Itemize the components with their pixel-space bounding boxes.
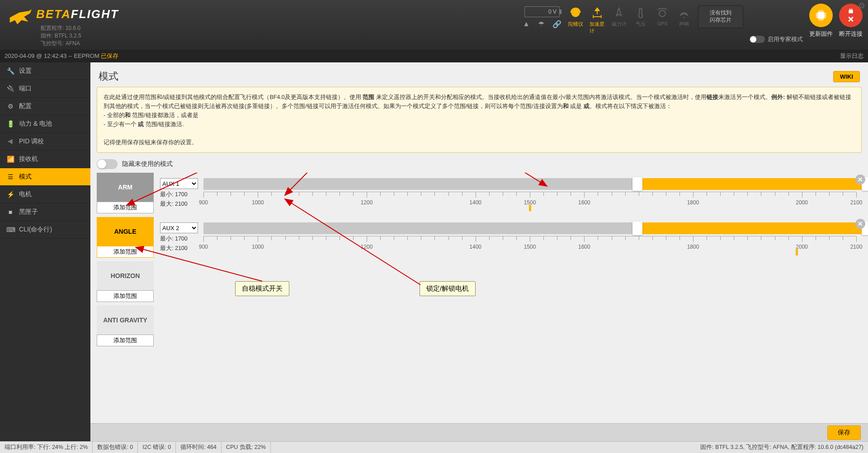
nav-icon: ■ — [6, 208, 14, 216]
mode-name-label: HORIZON — [97, 261, 154, 290]
aux-select[interactable]: AUX 2 — [160, 222, 198, 233]
sensor-mag: 磁力计 — [611, 6, 627, 34]
svg-point-1 — [659, 10, 665, 17]
save-bar: 保存 — [90, 423, 868, 441]
port-utilization: 端口利用率: 下行: 24% 上行: 2% — [0, 442, 93, 453]
range-slider[interactable]: 90010001200140015001600180020002100 — [203, 222, 862, 254]
aux-select[interactable]: AUX 1 — [160, 178, 198, 189]
sensor-baro: 气压 — [633, 6, 648, 34]
sidebar-nav: 🔧设置🔌端口⚙配置🔋动力 & 电池⫷PID 调校📶接收机☰模式⚡电机■黑匣子⌨C… — [0, 62, 90, 441]
sidebar-item-7[interactable]: ⚡电机 — [0, 186, 90, 203]
mode-row-arm: ARM 添加范围 AUX 1 最小: 1700 最大: 2100 9001000… — [97, 173, 862, 213]
sidebar-item-8[interactable]: ■黑匣子 — [0, 203, 90, 221]
mode-name-label: ANTI GRAVITY — [97, 306, 154, 335]
mode-row-angle: ANGLE 添加范围 AUX 2 最小: 1700 最大: 2100 90010… — [97, 217, 862, 258]
disconnect-button[interactable]: 断开连接 — [839, 4, 863, 38]
cycle-time: 循环时间: 464 — [176, 442, 222, 453]
hide-unused-label: 隐藏未使用的模式 — [122, 160, 173, 168]
sensor-accel: 加速度计 — [590, 6, 605, 34]
sensor-sonar: 声呐 — [676, 6, 692, 34]
slider-handle-min[interactable] — [632, 177, 642, 191]
add-range-button[interactable]: 添加范围 — [97, 290, 154, 302]
sidebar-item-2[interactable]: ⚙配置 — [0, 98, 90, 115]
link-icon: 🔗 — [552, 20, 561, 28]
info-box: 在此处通过使用范围和/或链接到其他模式的组合配置飞行模式（BF4.0及更高版本支… — [97, 87, 862, 153]
sidebar-item-1[interactable]: 🔌端口 — [0, 80, 90, 98]
svg-rect-5 — [851, 9, 852, 10]
range-max: 最大: 2100 — [160, 200, 198, 208]
logo-text: BETAFLIGHT — [36, 7, 119, 21]
battery-readout: 0 V ▲ ☂ 🔗 — [523, 4, 561, 28]
channel-marker — [796, 249, 798, 255]
log-status-bar: 2020-04-09 @ 12:42:43 -- EEPROM 已保存 显示日志 — [0, 50, 868, 62]
nav-icon: ⚡ — [6, 191, 14, 198]
nav-icon: ☰ — [6, 173, 14, 180]
parachute-icon: ☂ — [538, 20, 544, 28]
nav-icon: ⫷ — [6, 138, 14, 145]
firmware-info: 固件: BTFL 3.2.5, 飞控型号: AFNA, 配置程序: 10.6.0… — [696, 444, 868, 451]
usb-x-icon — [844, 9, 858, 22]
show-log-link[interactable]: 显示日志 — [840, 52, 863, 60]
content-area: 模式 WIKI 在此处通过使用范围和/或链接到其他模式的组合配置飞行模式（BF4… — [90, 62, 868, 441]
sensor-status-grid: 陀螺仪 加速度计 磁力计 气压 GPS 声呐 — [568, 4, 692, 34]
nav-icon: 🔋 — [6, 120, 14, 127]
range-min: 最小: 1700 — [160, 191, 198, 198]
nav-icon: 🔌 — [6, 85, 14, 92]
warning-icon: ▲ — [523, 20, 530, 28]
svg-rect-4 — [849, 9, 850, 10]
add-range-button[interactable]: 添加范围 — [97, 246, 154, 258]
modes-list: ARM 添加范围 AUX 1 最小: 1700 最大: 2100 9001000… — [90, 173, 868, 423]
hide-unused-toggle[interactable] — [97, 159, 118, 169]
channel-marker — [529, 205, 531, 211]
expert-mode-toggle[interactable]: 启用专家模式 — [750, 35, 803, 43]
sensor-gyro: 陀螺仪 — [568, 6, 583, 34]
sidebar-item-9[interactable]: ⌨CLI(命令行) — [0, 221, 90, 239]
app-header: BETAFLIGHT ⚙ 0 V ▲ ☂ 🔗 陀螺仪 加速度计 磁力计 气压 G… — [0, 0, 868, 50]
sidebar-item-3[interactable]: 🔋动力 & 电池 — [0, 115, 90, 133]
range-min: 最小: 1700 — [160, 235, 198, 243]
mode-row-horizon: HORIZON 添加范围 — [97, 261, 862, 302]
slider-handle-min[interactable] — [632, 222, 642, 235]
nav-icon: ⚙ — [6, 103, 14, 110]
update-firmware-button[interactable]: 更新固件 — [809, 4, 833, 38]
i2c-errors: I2C 错误: 0 — [138, 442, 176, 453]
nav-icon: 🔧 — [6, 67, 14, 75]
add-range-button[interactable]: 添加范围 — [97, 202, 154, 213]
range-slider[interactable]: 90010001200140015001600180020002100 — [203, 178, 862, 210]
svg-rect-2 — [818, 12, 825, 19]
wiki-button[interactable]: WIKI — [833, 71, 860, 82]
mode-name-label: ARM — [97, 173, 154, 202]
packet-errors: 数据包错误: 0 — [93, 442, 138, 453]
mode-row-anti-gravity: ANTI GRAVITY 添加范围 — [97, 306, 862, 346]
sidebar-item-0[interactable]: 🔧设置 — [0, 62, 90, 80]
logo: BETAFLIGHT — [7, 4, 119, 27]
nav-icon: 📶 — [6, 156, 14, 163]
sensor-gps: GPS — [655, 6, 670, 34]
chip-icon — [814, 9, 828, 22]
version-info: 配置程序: 10.6.0 固件: BTFL 3.2.5 飞控型号: AFNA — [41, 24, 81, 47]
battery-icon: 0 V — [524, 6, 560, 17]
mode-name-label: ANGLE — [97, 217, 154, 246]
cpu-load: CPU 负载: 22% — [222, 442, 271, 453]
save-button[interactable]: 保存 — [827, 425, 861, 440]
add-range-button[interactable]: 添加范围 — [97, 335, 154, 346]
delete-range-button[interactable]: ✕ — [855, 175, 865, 184]
sidebar-item-5[interactable]: 📶接收机 — [0, 151, 90, 168]
sidebar-item-4[interactable]: ⫷PID 调校 — [0, 133, 90, 151]
nav-icon: ⌨ — [6, 226, 14, 233]
delete-range-button[interactable]: ✕ — [855, 219, 865, 229]
toggle-icon[interactable] — [750, 36, 765, 43]
sidebar-item-6[interactable]: ☰模式 — [0, 168, 90, 186]
svg-rect-3 — [849, 10, 853, 14]
flash-chip-status: 没有找到闪存芯片 — [698, 5, 743, 28]
bee-icon — [7, 7, 33, 27]
range-max: 最大: 2100 — [160, 245, 198, 252]
bottom-status-bar: 端口利用率: 下行: 24% 上行: 2% 数据包错误: 0 I2C 错误: 0… — [0, 441, 868, 453]
page-title: 模式 — [99, 70, 118, 83]
